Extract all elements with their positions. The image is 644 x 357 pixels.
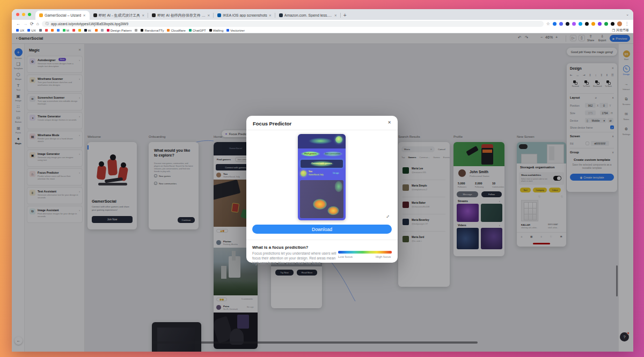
close-modal-icon[interactable]: ✕ [387,120,391,125]
bookmark-favicon [167,29,170,32]
browser-tab[interactable]: Amazon.com. Spend less. Sm...✕ [275,11,341,20]
tab-search-icon[interactable]: ⌄ [626,9,629,20]
bookmark-item[interactable] [101,29,104,32]
modal-title: Focus Predictor [253,121,291,127]
bookmark-item[interactable]: Cloudflare [167,29,185,32]
bookmark-label: M [67,29,69,32]
tab-title: 即时 AI 创作内容保存文件 - 即... [157,13,206,18]
browser-tab[interactable]: GamerSocial – Uizard✕ [35,11,90,20]
bookmark-item[interactable]: ChatGPT [189,29,206,32]
tab-favicon [279,13,283,17]
extension-icon[interactable] [598,22,602,26]
bookmark-item[interactable]: UX [16,29,24,32]
extension-icon[interactable] [591,22,595,26]
bookmark-label: Design Pattern [111,29,132,32]
bookmark-item[interactable] [135,29,137,32]
extension-icon[interactable] [585,22,589,26]
bookmark-item[interactable] [51,29,54,32]
heatmap-tab1-label: Find gamers [301,153,320,155]
heatmap-photo-region [300,180,343,218]
browser-profile-avatar[interactable] [617,21,622,26]
extension-icon[interactable] [611,22,614,26]
bookmark-item[interactable]: Vectorizer [226,29,245,32]
bookmark-star-icon[interactable]: ☆ [546,21,550,26]
close-tab-icon[interactable]: ✕ [207,13,210,17]
maximize-window-icon[interactable] [28,13,31,16]
heatmap-meta-label: GamerSocial, Italy [309,174,324,176]
bookmark-label: RandomaTTy [144,29,164,32]
bookmark-item[interactable] [95,29,98,32]
extension-icon[interactable] [579,22,582,26]
info-title: What is a focus prediction? [252,245,308,250]
bookmark-item[interactable]: W. [84,29,92,32]
bookmark-favicon [16,29,19,32]
bookmark-item[interactable] [57,29,60,32]
bookmark-favicon [135,29,137,32]
tab-favicon [39,13,43,17]
browser-window: GamerSocial – Uizard✕ 即时 AI - 生成式设计工具✕ 即… [12,9,633,352]
bookmark-item[interactable] [78,29,81,32]
expand-icon[interactable]: ↔ [384,212,391,219]
forward-icon[interactable]: → [23,21,27,26]
heatmap-user-label: You [309,170,312,173]
legend-high-label: High focus [376,255,391,258]
extension-icon[interactable] [559,22,563,26]
back-icon[interactable]: ← [16,21,20,26]
focus-heatmap-image: Find gamers Join communities Connect wit… [298,134,346,220]
close-tab-icon[interactable]: ✕ [142,13,144,17]
home-icon[interactable]: ⌂ [36,21,39,26]
legend-low-label: Low focus [338,255,353,258]
browser-tab[interactable]: 即时 AI 创作内容保存文件 - 即...✕ [148,11,214,20]
other-bookmarks[interactable]: ❐其他书签 [612,28,629,33]
extension-icon[interactable] [553,22,557,26]
browser-menu-icon[interactable]: ⋮ [625,21,629,26]
extension-icon[interactable] [566,22,569,26]
url-text: app.uizard.io/prototypes/LWj0Ba53bqsbLbp… [51,22,128,26]
window-controls[interactable] [16,9,31,20]
bookmark-item[interactable] [45,29,48,32]
close-tab-icon[interactable]: ✕ [334,13,337,17]
tab-favicon [217,13,221,17]
bookmark-favicon [51,29,54,32]
tab-title: GamerSocial – Uizard [45,13,81,17]
site-info-icon[interactable]: ⓘ [46,21,49,26]
bookmark-item[interactable]: M [63,29,69,32]
heatmap-cta-label: Connect with gamers [301,162,343,165]
new-tab-button[interactable]: + [343,11,347,20]
bookmark-item[interactable]: Walling [209,29,223,32]
tab-favicon [93,13,97,17]
bookmark-label: Cloudflare [171,29,185,32]
focus-predictor-modal: Focus Predictor ✕ Find gamers Join commu… [246,116,398,263]
tab-title: Amazon.com. Spend less. Sm... [284,13,333,17]
tab-title: IKEA iOS app screenshots [223,13,267,17]
desktop-wallpaper: GamerSocial – Uizard✕ 即时 AI - 生成式设计工具✕ 即… [0,0,644,357]
close-tab-icon[interactable]: ✕ [269,13,272,17]
browser-tab[interactable]: IKEA iOS app screenshots✕ [214,11,275,20]
extension-icon[interactable] [572,22,576,26]
bookmark-favicon [84,29,87,32]
bookmark-item[interactable]: RandomaTTy [141,29,164,32]
extension-icon[interactable] [604,22,608,26]
address-bar[interactable]: ⓘ app.uizard.io/prototypes/LWj0Ba53bqsbL… [42,21,544,27]
bookmark-label: UX [20,29,24,32]
tab-title: 即时 AI - 生成式设计工具 [99,13,141,18]
reload-icon[interactable]: ⟳ [30,21,34,26]
close-window-icon[interactable] [16,13,19,16]
bookmark-label: Walling [213,29,223,32]
bookmark-favicon [101,29,104,32]
minimize-window-icon[interactable] [22,13,25,16]
focus-legend-gradient [338,251,392,254]
tab-favicon [152,13,156,17]
bookmark-item[interactable] [39,29,42,32]
download-button[interactable]: Download [252,225,392,234]
bookmark-favicon [226,29,229,32]
bookmark-item[interactable]: Design Pattern [107,29,132,32]
close-tab-icon[interactable]: ✕ [83,13,85,17]
bookmark-favicon [78,29,81,32]
bookmark-item[interactable] [72,29,75,32]
bookmark-favicon [39,29,42,32]
browser-tab[interactable]: 即时 AI - 生成式设计工具✕ [90,11,149,20]
bookmark-favicon [189,29,192,32]
bookmark-item[interactable]: UX [27,29,35,32]
heatmap-time-label: 1m ago [333,172,339,174]
